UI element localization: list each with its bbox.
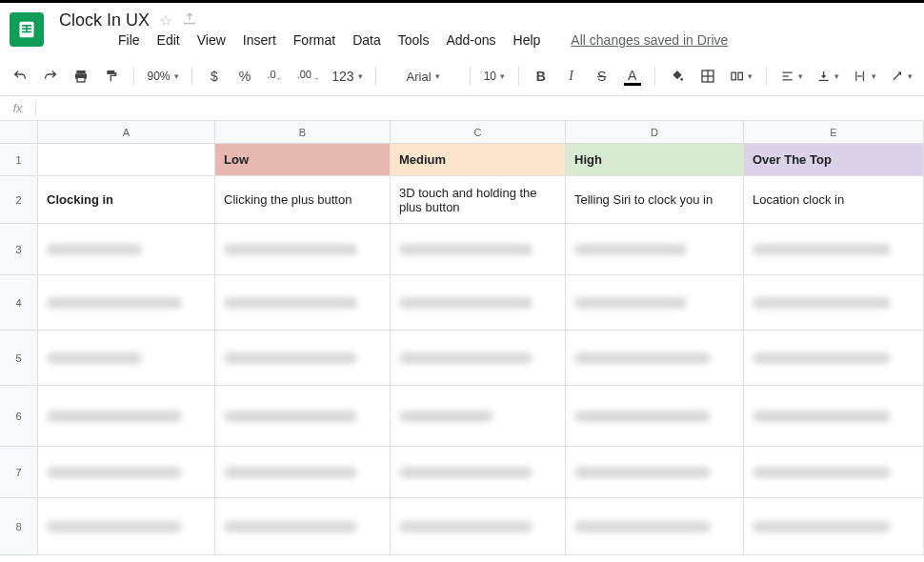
- cell-E4[interactable]: [744, 275, 924, 330]
- col-header-C[interactable]: C: [391, 121, 566, 143]
- text-wrap-button[interactable]: [853, 67, 875, 86]
- cell-A6[interactable]: [38, 386, 215, 446]
- col-header-A[interactable]: A: [38, 121, 215, 143]
- row-header-5[interactable]: 5: [0, 331, 38, 385]
- cell-D4[interactable]: [566, 275, 744, 330]
- cell-B2[interactable]: Clicking the plus button: [215, 176, 391, 223]
- cell-C6[interactable]: [391, 386, 566, 446]
- row-header-2[interactable]: 2: [0, 176, 38, 223]
- italic-button[interactable]: I: [563, 67, 580, 86]
- cell-C8[interactable]: [391, 498, 566, 554]
- menu-addons[interactable]: Add-ons: [446, 32, 495, 48]
- cell-A2[interactable]: Clocking in: [38, 176, 215, 223]
- paint-format-button[interactable]: [103, 67, 120, 86]
- print-button[interactable]: [72, 67, 90, 86]
- cell-D5[interactable]: [566, 331, 744, 385]
- undo-button[interactable]: [11, 67, 29, 86]
- font-size-dropdown[interactable]: 10: [484, 67, 505, 86]
- decrease-decimal-button[interactable]: .0←: [267, 67, 284, 86]
- col-header-D[interactable]: D: [566, 121, 744, 143]
- menu-help[interactable]: Help: [513, 32, 541, 48]
- cell-D1[interactable]: High: [566, 144, 744, 175]
- svg-rect-7: [77, 77, 85, 82]
- format-percent-button[interactable]: %: [236, 67, 253, 86]
- row-header-6[interactable]: 6: [0, 386, 38, 446]
- svg-point-9: [680, 78, 683, 81]
- spreadsheet-grid[interactable]: A B C D E 1 Low Medium High Over The Top…: [0, 121, 924, 555]
- cell-D8[interactable]: [566, 498, 744, 554]
- row-header-8[interactable]: 8: [0, 498, 38, 554]
- menu-tools[interactable]: Tools: [398, 32, 430, 48]
- sheets-logo-icon: [10, 12, 44, 47]
- formula-input[interactable]: [36, 96, 924, 120]
- cell-A8[interactable]: [38, 498, 215, 554]
- cell-E5[interactable]: [744, 331, 924, 385]
- cell-B7[interactable]: [215, 447, 391, 497]
- text-color-button[interactable]: A: [624, 67, 641, 86]
- cell-C5[interactable]: [391, 331, 566, 385]
- cell-B8[interactable]: [215, 498, 391, 554]
- row-header-1[interactable]: 1: [0, 144, 38, 175]
- cell-B5[interactable]: [215, 331, 391, 385]
- cell-E8[interactable]: [744, 498, 924, 554]
- row-header-4[interactable]: 4: [0, 275, 38, 330]
- cell-A5[interactable]: [38, 331, 215, 385]
- cell-E7[interactable]: [744, 447, 924, 497]
- document-title[interactable]: Clock In UX: [59, 10, 150, 30]
- cell-C2[interactable]: 3D touch and holding the plus button: [391, 176, 566, 223]
- fx-label: fx: [0, 101, 36, 115]
- cell-A4[interactable]: [38, 275, 215, 330]
- cell-D6[interactable]: [566, 386, 744, 446]
- col-header-E[interactable]: E: [744, 121, 924, 143]
- cell-A7[interactable]: [38, 447, 215, 497]
- svg-rect-5: [76, 70, 85, 73]
- borders-button[interactable]: [699, 67, 716, 86]
- cell-B1[interactable]: Low: [215, 144, 391, 175]
- row-header-3[interactable]: 3: [0, 224, 38, 274]
- vertical-align-button[interactable]: [816, 67, 839, 86]
- menu-bar: File Edit View Insert Format Data Tools …: [59, 30, 728, 48]
- cell-C1[interactable]: Medium: [391, 144, 566, 175]
- fill-color-button[interactable]: [669, 67, 686, 86]
- cell-A3[interactable]: [38, 224, 215, 274]
- menu-format[interactable]: Format: [293, 32, 335, 48]
- cell-C4[interactable]: [391, 275, 566, 330]
- select-all-corner[interactable]: [0, 121, 38, 143]
- cell-A1[interactable]: [38, 144, 215, 175]
- cell-D2[interactable]: Telling Siri to clock you in: [566, 176, 744, 223]
- strikethrough-button[interactable]: S: [593, 67, 611, 86]
- menu-view[interactable]: View: [197, 32, 226, 48]
- menu-file[interactable]: File: [118, 32, 140, 48]
- cell-D7[interactable]: [566, 447, 744, 497]
- save-status[interactable]: All changes saved in Drive: [571, 32, 728, 48]
- menu-insert[interactable]: Insert: [243, 32, 276, 48]
- row-header-7[interactable]: 7: [0, 447, 38, 497]
- cell-E1[interactable]: Over The Top: [744, 144, 924, 175]
- menu-edit[interactable]: Edit: [157, 32, 180, 48]
- cell-D3[interactable]: [566, 224, 744, 274]
- star-icon[interactable]: ☆: [159, 11, 172, 30]
- cell-C3[interactable]: [391, 224, 566, 274]
- font-family-dropdown[interactable]: Arial: [390, 67, 456, 86]
- increase-decimal-button[interactable]: .00→: [297, 67, 319, 86]
- bold-button[interactable]: B: [532, 67, 550, 86]
- format-currency-button[interactable]: $: [206, 67, 223, 86]
- cell-B6[interactable]: [215, 386, 391, 446]
- cell-E3[interactable]: [744, 224, 924, 274]
- cell-C7[interactable]: [391, 447, 566, 497]
- number-format-dropdown[interactable]: 123: [332, 67, 362, 86]
- svg-rect-8: [107, 70, 114, 74]
- cell-B4[interactable]: [215, 275, 391, 330]
- svg-rect-13: [732, 72, 735, 80]
- redo-button[interactable]: [42, 67, 59, 86]
- move-icon[interactable]: [182, 11, 197, 30]
- horizontal-align-button[interactable]: [780, 67, 803, 86]
- cell-E6[interactable]: [744, 386, 924, 446]
- text-rotation-button[interactable]: [890, 67, 913, 86]
- cell-E2[interactable]: Location clock in: [744, 176, 924, 223]
- cell-B3[interactable]: [215, 224, 391, 274]
- zoom-dropdown[interactable]: 90%: [148, 67, 178, 86]
- menu-data[interactable]: Data: [352, 32, 381, 48]
- col-header-B[interactable]: B: [215, 121, 391, 143]
- merge-cells-button[interactable]: [730, 67, 753, 86]
